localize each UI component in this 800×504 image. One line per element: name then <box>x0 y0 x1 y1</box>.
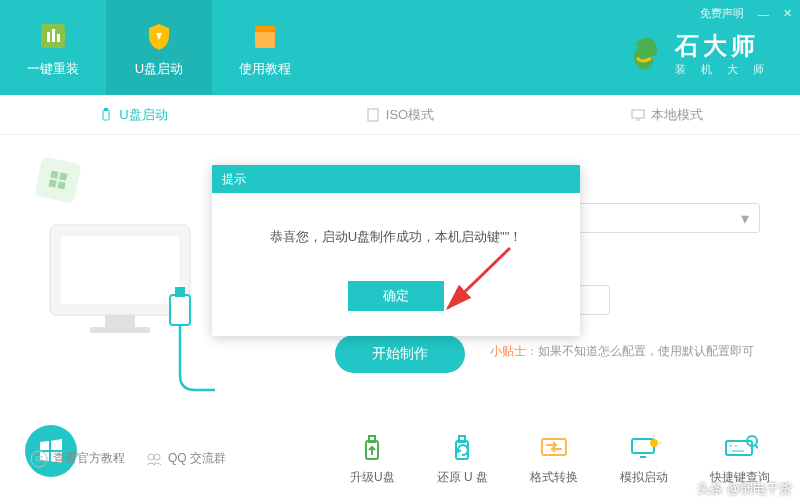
tab-label: 本地模式 <box>651 106 703 124</box>
group-icon <box>145 450 163 468</box>
dialog-message: 恭喜您，启动U盘制作成功，本机启动键""！ <box>212 193 580 281</box>
bars-icon <box>35 18 71 54</box>
tab-iso[interactable]: ISO模式 <box>267 95 534 134</box>
sub-tabs: U盘启动 ISO模式 本地模式 <box>0 95 800 135</box>
svg-rect-6 <box>103 110 109 120</box>
svg-point-34 <box>650 439 658 447</box>
keyboard-icon <box>722 431 758 463</box>
svg-rect-12 <box>59 172 67 180</box>
svg-rect-30 <box>459 436 465 442</box>
shield-icon <box>141 18 177 54</box>
tab-usb-boot[interactable]: U盘启动 <box>0 95 267 134</box>
svg-point-25 <box>148 454 154 460</box>
usb-icon <box>99 108 113 122</box>
book-icon <box>247 18 283 54</box>
svg-rect-9 <box>632 110 644 118</box>
ok-button[interactable]: 确定 <box>348 281 444 311</box>
monitor-icon <box>631 108 645 122</box>
svg-point-22 <box>31 451 47 467</box>
computer-illustration <box>20 195 220 395</box>
tool-label: 格式转换 <box>530 469 578 486</box>
svg-rect-16 <box>60 235 180 305</box>
restore-usb-icon <box>444 431 480 463</box>
brand-logo-icon <box>625 34 665 74</box>
minimize-button[interactable]: — <box>758 8 769 20</box>
tip-body: 如果不知道怎么配置，使用默认配置即可 <box>538 344 754 358</box>
svg-rect-17 <box>105 315 135 327</box>
tool-simulate-boot[interactable]: 模拟启动 <box>620 431 668 486</box>
tutorial-link[interactable]: 查看官方教程 <box>30 450 125 468</box>
chevron-down-icon: ▾ <box>741 209 749 228</box>
svg-rect-18 <box>90 327 150 333</box>
button-label: 确定 <box>383 287 409 305</box>
convert-icon <box>536 431 572 463</box>
tab-label: ISO模式 <box>386 106 434 124</box>
svg-rect-11 <box>50 171 58 179</box>
svg-rect-1 <box>47 32 50 42</box>
tool-label: 升级U盘 <box>350 469 395 486</box>
tool-upgrade-usb[interactable]: 升级U盘 <box>350 431 395 486</box>
tip-prefix: 小贴士： <box>490 344 538 358</box>
window-controls: 免费声明 — ✕ <box>700 6 792 21</box>
tool-label: 还原 U 盘 <box>437 469 488 486</box>
svg-rect-14 <box>57 181 65 189</box>
nav-reinstall[interactable]: 一键重装 <box>0 0 106 95</box>
main-content: ▾ 开始制作 小贴士：如果不知道怎么配置，使用默认配置即可 提示 恭喜您，启动U… <box>0 135 800 504</box>
brand: 石大师 装 机 大 师 <box>625 30 770 77</box>
svg-rect-28 <box>369 436 375 442</box>
tool-hotkey-lookup[interactable]: 快捷键查询 <box>710 431 770 486</box>
disclaimer-link[interactable]: 免费声明 <box>700 6 744 21</box>
svg-rect-8 <box>368 109 378 121</box>
link-label: 查看官方教程 <box>53 450 125 467</box>
app-header: 一键重装 U盘启动 使用教程 免费声明 — ✕ 石大师 装 机 大 师 <box>0 0 800 95</box>
watermark: 头条 @弱电干货 <box>697 480 792 498</box>
link-label: QQ 交流群 <box>168 450 226 467</box>
svg-line-39 <box>755 445 758 448</box>
nav-label: 使用教程 <box>239 60 291 78</box>
svg-rect-5 <box>255 26 275 32</box>
success-dialog: 提示 恭喜您，启动U盘制作成功，本机启动键""！ 确定 <box>212 165 580 336</box>
main-nav: 一键重装 U盘启动 使用教程 <box>0 0 318 95</box>
file-icon <box>366 108 380 122</box>
dialog-title: 提示 <box>212 165 580 193</box>
nav-label: U盘启动 <box>135 60 183 78</box>
nav-usb-boot[interactable]: U盘启动 <box>106 0 212 95</box>
tab-label: U盘启动 <box>119 106 167 124</box>
svg-rect-19 <box>170 295 190 325</box>
start-create-button[interactable]: 开始制作 <box>335 335 465 373</box>
qq-group-link[interactable]: QQ 交流群 <box>145 450 226 468</box>
bottom-toolbar: 查看官方教程 QQ 交流群 升级U盘 还原 U 盘 格式转换 模拟启动 <box>0 431 800 486</box>
close-button[interactable]: ✕ <box>783 7 792 20</box>
svg-point-26 <box>154 454 160 460</box>
svg-rect-13 <box>49 179 57 187</box>
tool-label: 模拟启动 <box>620 469 668 486</box>
upgrade-usb-icon <box>354 431 390 463</box>
nav-label: 一键重装 <box>27 60 79 78</box>
tool-format-convert[interactable]: 格式转换 <box>530 431 578 486</box>
button-label: 开始制作 <box>372 345 428 363</box>
svg-rect-2 <box>52 29 55 42</box>
doc-icon <box>30 450 48 468</box>
svg-rect-7 <box>104 108 108 111</box>
nav-tutorial[interactable]: 使用教程 <box>212 0 318 95</box>
tip-text: 小贴士：如果不知道怎么配置，使用默认配置即可 <box>490 343 754 360</box>
simulate-icon <box>626 431 662 463</box>
tool-restore-usb[interactable]: 还原 U 盘 <box>437 431 488 486</box>
svg-rect-20 <box>175 287 185 297</box>
brand-name: 石大师 <box>675 30 770 62</box>
brand-sub: 装 机 大 师 <box>675 62 770 77</box>
svg-rect-3 <box>57 34 60 42</box>
tab-local[interactable]: 本地模式 <box>533 95 800 134</box>
